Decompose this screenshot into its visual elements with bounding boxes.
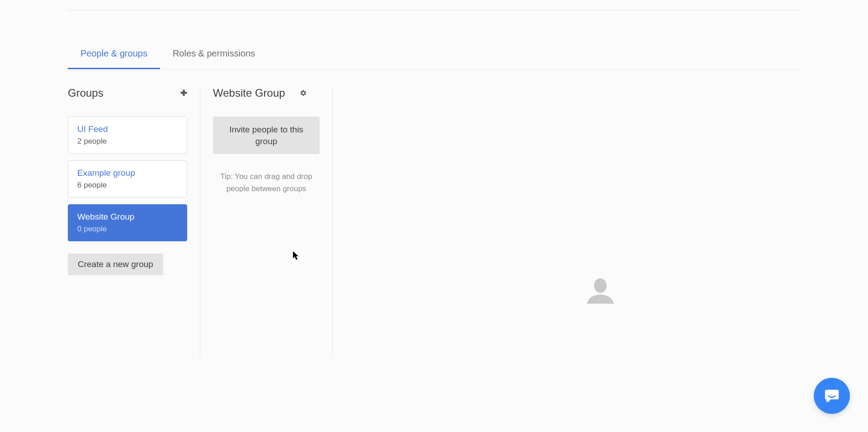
groups-column: Groups ✚ UI Feed 2 people Example group … [68,87,200,358]
tab-roles-permissions[interactable]: Roles & permissions [160,42,268,69]
group-name: UI Feed [77,124,178,134]
group-name: Example group [77,168,178,178]
tab-people-groups[interactable]: People & groups [68,42,160,69]
group-list: UI Feed 2 people Example group 6 people … [68,117,200,275]
group-count: 2 people [77,137,178,146]
invite-people-button[interactable]: Invite people to this group [213,117,320,154]
gear-icon[interactable] [300,89,307,97]
group-count: 6 people [77,181,178,190]
groups-heading: Groups [68,87,104,99]
group-detail-column: Website Group Invite people to this grou… [200,87,333,358]
chat-widget-button[interactable] [814,378,850,414]
group-name: Website Group [77,212,178,222]
detail-title: Website Group [213,87,285,99]
create-group-button[interactable]: Create a new group [68,254,163,275]
group-card-ui-feed[interactable]: UI Feed 2 people [68,117,187,154]
group-card-website[interactable]: Website Group 0 people [68,204,187,241]
group-count: 0 people [77,225,178,234]
add-group-icon[interactable]: ✚ [180,88,187,98]
avatar-placeholder-icon [586,275,615,305]
group-card-example[interactable]: Example group 6 people [68,160,187,197]
members-column [333,87,800,358]
tabs: People & groups Roles & permissions [68,42,800,70]
drag-drop-tip: Tip: You can drag and drop people betwee… [213,170,320,195]
